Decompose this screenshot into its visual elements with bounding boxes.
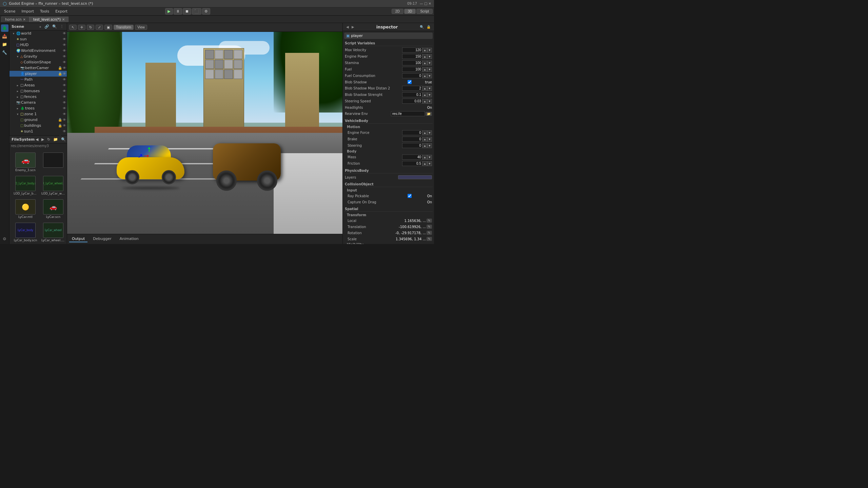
- window-controls[interactable]: — □ ✕: [420, 2, 431, 5]
- arrow-areas[interactable]: ▸: [16, 84, 20, 87]
- viewport-3d[interactable]: BEWARE GET O: [67, 32, 342, 234]
- eye-sun[interactable]: 👁: [63, 37, 66, 41]
- arrow-fences[interactable]: ▸: [16, 95, 20, 99]
- prop-spin-down-steer-spd[interactable]: ▼: [427, 99, 432, 104]
- prop-spin-up-max-velocity[interactable]: ▲: [422, 48, 427, 53]
- tree-item-worldenv[interactable]: 🌍 WorldEnvironment 👁: [9, 48, 67, 54]
- prop-spin-down-blob-str[interactable]: ▼: [427, 93, 432, 97]
- prop-input-fuel[interactable]: [402, 67, 422, 72]
- tab-animation[interactable]: Animation: [117, 236, 141, 242]
- tree-item-hud[interactable]: □ HUD 👁: [9, 42, 67, 48]
- prop-spin-up-fuel-cons[interactable]: ▲: [422, 74, 427, 78]
- vp-view-btn[interactable]: View: [135, 25, 147, 30]
- eye-gravity[interactable]: 👁: [63, 55, 66, 58]
- arrow-trees[interactable]: ▸: [16, 107, 20, 110]
- tree-item-bonuses[interactable]: ▸ □ bonuses 👁: [9, 88, 67, 94]
- prop-spin-up-fuel[interactable]: ▲: [422, 67, 427, 72]
- prop-spin-down-steering[interactable]: ▼: [427, 143, 432, 148]
- lock-player[interactable]: 🔒: [58, 72, 62, 76]
- eye-sun1[interactable]: 👁: [63, 129, 66, 133]
- tab-home[interactable]: home.scn ✕: [1, 17, 29, 22]
- tree-item-sun[interactable]: ☀ sun 👁: [9, 36, 67, 42]
- eye-hud[interactable]: 👁: [63, 43, 66, 47]
- fs-item-lycar-wheel[interactable]: LyCar_wheel LyCar_wheel.sc n: [40, 221, 66, 243]
- inspector-search-btn[interactable]: 🔍: [419, 24, 425, 29]
- inspector-forward-btn[interactable]: ▶: [351, 24, 355, 29]
- tab-test-level-close[interactable]: ✕: [62, 18, 65, 21]
- tree-item-bettercamer[interactable]: 📷 betterCamer 🔒 👁: [9, 65, 67, 71]
- mode-script-btn[interactable]: Script: [416, 9, 433, 14]
- scene-menu-btn[interactable]: ⋮: [59, 24, 65, 29]
- prop-edit-rearview[interactable]: 📁: [426, 112, 432, 116]
- inspector-back-btn[interactable]: ◀: [346, 24, 350, 29]
- tools-menu[interactable]: Tools: [37, 8, 52, 14]
- fs-back-btn[interactable]: ◀: [35, 137, 39, 142]
- prop-spin-up-brake[interactable]: ▲: [422, 137, 427, 142]
- tree-item-gravity[interactable]: ▾ △ Gravity 👁: [9, 54, 67, 59]
- vp-scale-btn[interactable]: ⤢: [96, 25, 103, 30]
- prop-cb-ray-pickable[interactable]: [408, 194, 412, 198]
- prop-spin-up-steer-spd[interactable]: ▲: [422, 99, 427, 104]
- eye-zone1[interactable]: 👁: [63, 112, 66, 116]
- eye-ground[interactable]: 👁: [63, 118, 66, 122]
- eye-world[interactable]: 👁: [63, 32, 66, 35]
- eye-buildings[interactable]: 👁: [63, 124, 66, 127]
- scene-add-btn[interactable]: +: [38, 24, 42, 29]
- prop-edit-local[interactable]: ✎: [427, 219, 432, 223]
- fs-item-lycar-whe[interactable]: LOD_LyCar_wheel.scn LOD_LyCar_whe el.scn: [40, 175, 66, 197]
- eye-bonuses[interactable]: 👁: [63, 89, 66, 93]
- fs-folder-btn[interactable]: 📁: [52, 137, 59, 142]
- sidebar-settings-bottom[interactable]: ⚙: [1, 235, 8, 243]
- prop-spin-down-eng-force[interactable]: ▼: [427, 130, 432, 135]
- fs-item-lycar-mtl[interactable]: 🟡 LyCar.mtl: [12, 198, 39, 220]
- prop-input-blob-shadow-dist[interactable]: [402, 86, 422, 91]
- prop-edit-translation[interactable]: ✎: [427, 225, 432, 229]
- prop-input-engine-power[interactable]: [402, 54, 422, 59]
- scene-menu[interactable]: Scene: [1, 8, 18, 14]
- eye-fences[interactable]: 👁: [63, 95, 66, 99]
- tree-item-ground[interactable]: □ ground 🔒 👁: [9, 117, 67, 123]
- prop-input-fuel-consumption[interactable]: [402, 73, 422, 78]
- tree-item-fences[interactable]: ▸ □ fences 👁: [9, 94, 67, 100]
- tab-debugger[interactable]: Debugger: [90, 236, 114, 242]
- prop-spin-up-stamina[interactable]: ▲: [422, 61, 427, 65]
- eye-player[interactable]: 👁: [63, 72, 66, 76]
- tree-item-camera[interactable]: 📷 Camera 👁: [9, 100, 67, 105]
- prop-spin-up-blob-str[interactable]: ▲: [422, 93, 427, 97]
- scene-filter-btn[interactable]: 🔍: [51, 24, 58, 29]
- vp-transform-btn[interactable]: Transform: [114, 25, 134, 30]
- import-menu[interactable]: Import: [19, 8, 37, 14]
- fs-search-btn[interactable]: 🔍: [60, 137, 67, 142]
- prop-edit-rotation[interactable]: ✎: [427, 231, 432, 235]
- arrow-zone1[interactable]: ▾: [16, 113, 20, 116]
- settings-button[interactable]: ⚙: [202, 8, 210, 15]
- prop-spin-up-eng-force[interactable]: ▲: [422, 130, 427, 135]
- prop-spin-down-stamina[interactable]: ▼: [427, 61, 432, 65]
- prop-spin-down-engine-power[interactable]: ▼: [427, 54, 432, 59]
- prop-spin-up-steering[interactable]: ▲: [422, 143, 427, 148]
- prop-edit-scale[interactable]: ✎: [427, 237, 432, 241]
- arrow-world[interactable]: ▾: [12, 32, 16, 35]
- prop-input-rearview[interactable]: [391, 111, 425, 116]
- sidebar-tools-icon[interactable]: 🔧: [1, 49, 8, 56]
- eye-worldenv[interactable]: 👁: [63, 49, 66, 53]
- prop-spin-up-blob-dist[interactable]: ▲: [422, 86, 427, 91]
- tree-item-sun1[interactable]: ☀ sun1 👁: [9, 128, 67, 134]
- fs-item-lycar-bod[interactable]: LOD_LyCar_body.scn LOD_LyCar_bod y.scn: [12, 175, 39, 197]
- tree-item-player[interactable]: 👤 player 🔒 👁: [9, 71, 67, 77]
- arrow-bonuses[interactable]: ▸: [16, 89, 20, 93]
- prop-spin-down-fuel-cons[interactable]: ▼: [427, 74, 432, 78]
- vp-select2-btn[interactable]: ▣: [104, 25, 112, 30]
- prop-input-max-velocity[interactable]: [402, 47, 422, 53]
- tree-item-zone1[interactable]: ▾ □ zone 1 👁: [9, 111, 67, 117]
- fs-refresh-btn[interactable]: ↻: [46, 137, 51, 142]
- lock-ground[interactable]: 🔒: [58, 118, 62, 122]
- eye-areas[interactable]: 👁: [63, 83, 66, 87]
- prop-spin-down-mass[interactable]: ▼: [427, 155, 432, 160]
- prop-spin-down-friction[interactable]: ▼: [427, 161, 432, 166]
- export-menu[interactable]: Export: [53, 8, 70, 14]
- scene-link-btn[interactable]: 🔗: [43, 24, 50, 29]
- lock-buildings[interactable]: 🔒: [58, 124, 62, 127]
- fs-item-lycar-scn[interactable]: 🚗 LyCar.scn: [40, 198, 66, 220]
- prop-input-stamina[interactable]: [402, 60, 422, 65]
